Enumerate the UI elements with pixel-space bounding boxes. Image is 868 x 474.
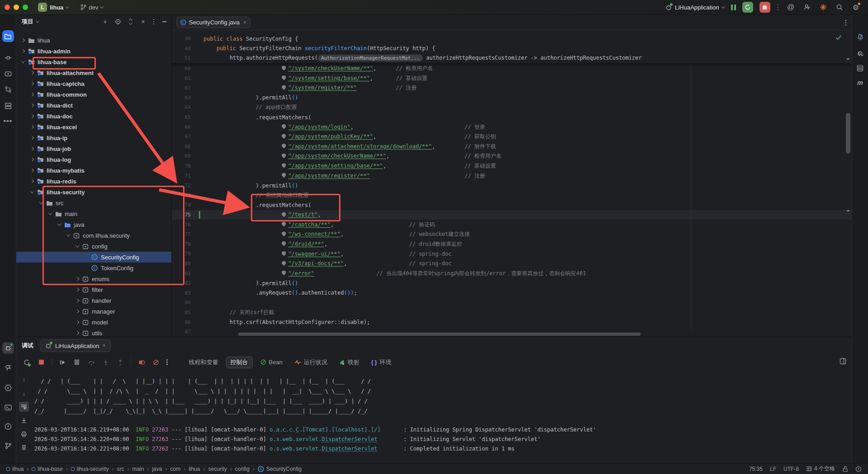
problems-tool-icon[interactable] <box>2 421 14 432</box>
line-number[interactable]: 51 <box>172 55 195 61</box>
line-number[interactable]: 71 <box>172 173 195 179</box>
view-breakpoints-icon[interactable] <box>137 357 146 367</box>
tree-item-SecurityConfig[interactable]: CSecurityConfig <box>16 252 171 263</box>
debug-tab-控制台[interactable]: 控制台 <box>226 357 253 368</box>
settings-gear-icon[interactable]: ⚙ <box>851 2 861 12</box>
chevron-down-icon[interactable] <box>39 200 43 204</box>
pull-requests-tool-icon[interactable] <box>2 84 14 95</box>
window-minimize-button[interactable] <box>14 5 19 10</box>
line-number[interactable]: 30 <box>172 36 195 42</box>
line-number[interactable]: 81 <box>172 271 195 277</box>
chevron-down-icon[interactable] <box>75 244 79 247</box>
tree-item-lihua-job[interactable]: lihua-job <box>16 143 171 154</box>
chevron-right-icon[interactable] <box>30 71 34 75</box>
chevron-right-icon[interactable] <box>30 93 34 96</box>
line-number[interactable]: 85 <box>172 310 195 315</box>
code-line-61[interactable]: 61 "/system/setting/base/**", // 基础设置 <box>172 73 852 83</box>
step-out-icon[interactable] <box>115 357 125 367</box>
branch-widget[interactable]: dev <box>80 4 103 11</box>
chevron-right-icon[interactable] <box>75 331 79 335</box>
line-number[interactable]: 83 <box>172 290 195 296</box>
terminal-tool-icon[interactable] <box>2 402 14 413</box>
chevron-right-icon[interactable] <box>75 277 79 281</box>
collapse-all-icon[interactable]: × <box>140 18 147 25</box>
code-line-74[interactable]: 74 .requestMatchers( <box>172 200 852 210</box>
chevron-right-icon[interactable] <box>30 179 34 183</box>
line-number[interactable]: 73 <box>172 192 195 198</box>
chevron-right-icon[interactable] <box>30 147 34 150</box>
warning-circle-icon[interactable] <box>855 466 862 472</box>
tree-item-lihua-security[interactable]: lihua-security <box>16 187 171 197</box>
console-output[interactable]: / / | (___ | | / \ | |__) | | | | (___ |… <box>32 370 852 463</box>
expand-all-icon[interactable] <box>127 18 134 25</box>
breadcrumb-item-java[interactable]: java <box>152 466 162 472</box>
restart-debug-button[interactable] <box>742 2 753 13</box>
breadcrumb[interactable]: lihua›lihua-base›lihua-security›src›main… <box>6 466 302 472</box>
search-icon[interactable] <box>835 2 844 12</box>
hide-panel-icon[interactable] <box>160 18 168 25</box>
line-number[interactable]: 65 <box>172 114 195 120</box>
code-line-63[interactable]: 63 ).permitAll() <box>172 93 852 103</box>
soft-wrap-icon[interactable] <box>19 402 29 412</box>
tree-item-java[interactable]: java <box>16 219 171 230</box>
window-close-button[interactable] <box>5 5 10 10</box>
tree-item-src[interactable]: src <box>16 197 171 208</box>
chevron-down-icon[interactable] <box>30 189 34 193</box>
ai-assistant-icon[interactable]: @ <box>786 2 796 12</box>
code-line-77[interactable]: 77 "/ws-connect/**", // websocket建立连接 <box>172 230 852 239</box>
close-icon[interactable]: × <box>243 19 246 26</box>
chevron-right-icon[interactable] <box>75 310 79 313</box>
code-line-84[interactable]: 84 <box>172 298 852 308</box>
breadcrumb-item-lihua[interactable]: lihua <box>189 466 200 472</box>
chevron-right-icon[interactable] <box>30 158 34 161</box>
breadcrumb-item-lihua[interactable]: lihua <box>6 466 24 472</box>
code-line-60[interactable]: 60 "/system/checkUserName/**", // 检查用户名 <box>172 64 852 74</box>
code-line-66[interactable]: 66 "/app/system/login", // 登录 <box>172 122 852 132</box>
tree-item-manager[interactable]: manager <box>16 306 171 317</box>
code-line-85[interactable]: 85 // 关闭csrf拦截 <box>172 308 852 318</box>
breadcrumb-item-src[interactable]: src <box>117 466 124 472</box>
down-stack-icon[interactable]: ↓ <box>19 388 29 398</box>
scroll-to-end-icon[interactable] <box>19 415 29 425</box>
mute-breakpoints-icon[interactable] <box>151 357 161 367</box>
close-icon[interactable]: × <box>103 343 106 349</box>
layout-settings-icon[interactable] <box>840 358 846 365</box>
chevron-right-icon[interactable] <box>21 49 25 53</box>
breadcrumb-item-lihua-security[interactable]: lihua-security <box>71 466 109 472</box>
line-number[interactable]: 69 <box>172 153 195 159</box>
chevron-right-icon[interactable] <box>75 320 79 324</box>
project-widget[interactable]: L lihua <box>38 3 69 12</box>
tree-item-lihua-common[interactable]: lihua-common <box>16 89 171 100</box>
inspections-ok-icon[interactable] <box>835 35 842 40</box>
code-line-64[interactable]: 64 // app接口配置 <box>172 103 852 113</box>
chevron-down-icon[interactable] <box>66 233 70 236</box>
line-number[interactable]: 63 <box>172 95 195 101</box>
pause-debug-icon[interactable] <box>72 357 82 367</box>
more-actions-kebab[interactable] <box>777 4 780 11</box>
caret-position[interactable]: 75:35 <box>749 466 763 472</box>
tree-item-lihua-admin[interactable]: lihua-admin <box>16 46 171 56</box>
tree-item-model[interactable]: model <box>16 317 171 328</box>
tree-item-lihua[interactable]: lihua <box>16 35 171 46</box>
tree-item-TokenConfig[interactable]: CTokenConfig <box>16 263 171 273</box>
line-number[interactable]: 87 <box>172 329 195 335</box>
commit-tool-icon[interactable] <box>2 52 14 64</box>
line-number[interactable]: 62 <box>172 85 195 91</box>
breadcrumb-item-config[interactable]: config <box>235 466 250 472</box>
code-line-67[interactable]: 67 "/app/system/publicKey/**", // 获取公钥 <box>172 132 852 142</box>
chevron-down-icon[interactable] <box>21 59 25 63</box>
chevron-right-icon[interactable] <box>75 288 79 291</box>
line-number[interactable]: 77 <box>172 231 195 237</box>
bookmarks-tool-icon[interactable] <box>2 100 14 112</box>
chevron-down-icon[interactable] <box>48 211 52 215</box>
line-number[interactable]: 86 <box>172 319 195 325</box>
debug-tab-Bean[interactable]: Bean <box>256 357 287 367</box>
chevron-right-icon[interactable] <box>75 299 79 302</box>
stop-button[interactable] <box>760 2 770 13</box>
more-tools-icon[interactable]: ••• <box>2 115 14 127</box>
chevron-right-icon[interactable] <box>30 82 34 85</box>
maven-tool-icon[interactable]: m <box>854 77 866 89</box>
code-line-86[interactable]: 86 http.csrf(AbstractHttpConfigurer::dis… <box>172 317 852 327</box>
chevron-right-icon[interactable] <box>30 136 34 140</box>
line-number[interactable]: 79 <box>172 251 195 257</box>
